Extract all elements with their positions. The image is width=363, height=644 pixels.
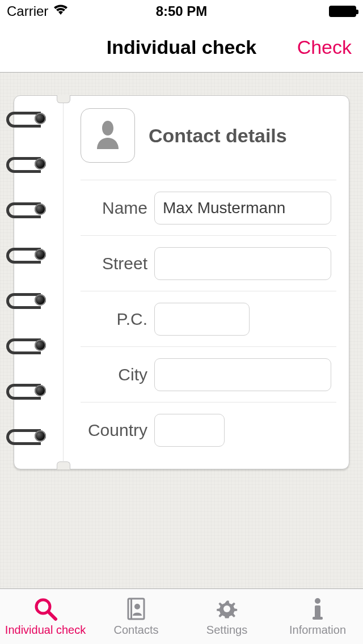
svg-point-5 [223,605,230,612]
tab-bar: Individual check Contacts Settings Infor… [0,588,363,644]
row-name: Name [81,180,336,235]
tab-settings[interactable]: Settings [182,589,272,644]
tab-information[interactable]: Information [272,589,363,644]
svg-rect-3 [130,599,132,619]
status-bar: Carrier 8:50 PM [0,0,363,23]
check-button[interactable]: Check [297,36,352,58]
svg-point-4 [134,604,140,609]
tab-label: Contacts [114,624,159,637]
tab-label: Settings [206,624,247,637]
row-pc: P.C. [81,291,336,346]
name-input[interactable] [154,192,331,224]
search-icon [32,596,59,621]
label-city: City [81,365,154,384]
gear-icon [213,596,240,621]
street-input[interactable] [154,247,331,280]
tab-label: Individual check [5,624,86,637]
info-icon [304,596,331,621]
tab-individual-check[interactable]: Individual check [0,589,91,644]
page-title: Individual check [107,36,257,58]
row-street: Street [81,235,336,291]
svg-line-1 [48,612,56,619]
notch-top [57,95,70,103]
battery-icon [329,6,356,17]
svg-rect-7 [315,605,320,618]
label-street: Street [81,254,154,273]
clock: 8:50 PM [156,3,208,19]
tab-label: Information [289,624,346,637]
contact-picker-button[interactable] [81,108,135,163]
person-icon [94,118,122,152]
row-city: City [81,346,336,402]
country-input[interactable] [154,414,225,447]
label-pc: P.C. [81,310,154,329]
label-country: Country [81,421,154,440]
label-name: Name [81,198,154,218]
wifi-icon [53,3,69,19]
contacts-icon [123,596,150,621]
content-area: Contact details Name Street P.C. City Co… [0,73,363,588]
row-country: Country [81,402,336,457]
city-input[interactable] [154,358,331,391]
spiral-binding [6,109,46,443]
notch-bottom [57,461,70,469]
svg-point-6 [315,598,320,604]
carrier-label: Carrier [7,3,48,19]
nav-bar: Individual check Check [0,23,363,73]
pc-input[interactable] [154,303,250,336]
tab-contacts[interactable]: Contacts [91,589,182,644]
notebook-card: Contact details Name Street P.C. City Co… [14,95,349,469]
svg-rect-8 [313,617,323,620]
section-title: Contact details [149,125,287,147]
